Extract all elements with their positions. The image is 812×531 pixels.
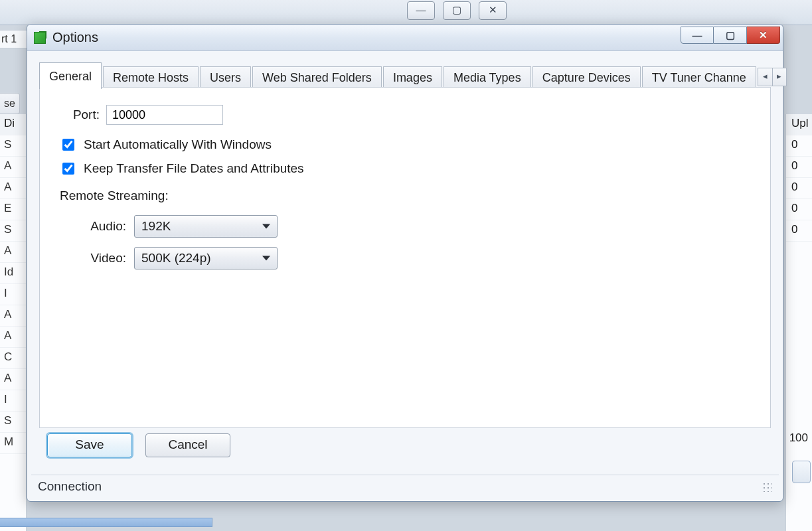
parent-right-row: 0 bbox=[786, 135, 812, 157]
parent-right-row: 0 bbox=[786, 220, 812, 242]
parent-close-button[interactable]: ✕ bbox=[479, 1, 507, 20]
general-panel: Port: Start Automatically With Windows K… bbox=[39, 87, 771, 428]
parent-left-header: Di bbox=[0, 114, 26, 135]
port-label: Port: bbox=[60, 108, 100, 122]
parent-left-row: A bbox=[0, 327, 26, 348]
dialog-title: Options bbox=[52, 30, 98, 45]
audio-select[interactable]: 192K bbox=[134, 215, 278, 238]
cancel-button[interactable]: Cancel bbox=[145, 433, 230, 457]
minimize-button[interactable]: — bbox=[681, 27, 714, 44]
parent-left-row: S bbox=[0, 220, 26, 242]
chevron-down-icon bbox=[262, 224, 270, 229]
parent-port-fragment: rt 1 bbox=[0, 30, 29, 48]
status-text: Connection bbox=[38, 479, 102, 494]
parent-left-row: E bbox=[0, 199, 26, 220]
parent-left-row: S bbox=[0, 135, 26, 157]
parent-left-row: A bbox=[0, 305, 26, 327]
parent-value-fragment: 100 bbox=[789, 431, 808, 445]
parent-minimize-button[interactable]: — bbox=[407, 1, 435, 20]
tab-scroll-right[interactable]: ▸ bbox=[772, 68, 787, 86]
parent-window-controls: — ▢ ✕ bbox=[407, 1, 507, 20]
video-select-value: 500K (224p) bbox=[141, 251, 211, 266]
autostart-label: Start Automatically With Windows bbox=[84, 137, 272, 152]
parent-left-row: S bbox=[0, 412, 26, 433]
parent-left-row: C bbox=[0, 348, 26, 369]
parent-left-row: A bbox=[0, 369, 26, 390]
keep-dates-checkbox[interactable] bbox=[62, 163, 74, 175]
chevron-down-icon bbox=[262, 256, 270, 261]
audio-label: Audio: bbox=[84, 219, 126, 234]
parent-left-row: M bbox=[0, 433, 26, 454]
tab-images[interactable]: Images bbox=[383, 66, 442, 89]
tab-media-types[interactable]: Media Types bbox=[444, 66, 531, 89]
maximize-icon: ▢ bbox=[726, 29, 735, 41]
parent-left-row: A bbox=[0, 178, 26, 199]
close-button[interactable]: ✕ bbox=[747, 27, 780, 44]
video-label: Video: bbox=[84, 251, 126, 266]
parent-left-row: A bbox=[0, 157, 26, 178]
parent-right-header: Upl bbox=[786, 114, 812, 135]
save-button[interactable]: Save bbox=[47, 433, 132, 457]
parent-left-row: I bbox=[0, 284, 26, 305]
video-select[interactable]: 500K (224p) bbox=[134, 247, 278, 269]
dialog-titlebar[interactable]: Options — ▢ ✕ bbox=[27, 25, 783, 51]
tab-users[interactable]: Users bbox=[200, 66, 251, 89]
parent-progress-bar bbox=[0, 518, 212, 527]
parent-left-column: Di SAAESAIdIAACAISM bbox=[0, 114, 27, 531]
tab-tv-tuner-channe[interactable]: TV Tuner Channe bbox=[642, 66, 756, 89]
options-dialog: Options — ▢ ✕ GeneralRemote HostsUsersWe… bbox=[27, 24, 783, 502]
port-input[interactable] bbox=[106, 105, 223, 125]
parent-right-row: 0 bbox=[786, 199, 812, 220]
autostart-checkbox[interactable] bbox=[62, 139, 74, 151]
status-bar: Connection bbox=[31, 475, 779, 497]
maximize-button[interactable]: ▢ bbox=[714, 27, 747, 44]
parent-bottom-button[interactable] bbox=[792, 461, 811, 483]
tab-web-shared-folders[interactable]: Web Shared Folders bbox=[252, 66, 382, 89]
parent-left-row: Id bbox=[0, 263, 26, 284]
app-icon bbox=[34, 32, 46, 44]
audio-select-value: 192K bbox=[141, 219, 171, 234]
tab-capture-devices[interactable]: Capture Devices bbox=[532, 66, 641, 89]
parent-left-row: I bbox=[0, 390, 26, 412]
tab-scroll-left[interactable]: ◂ bbox=[758, 68, 772, 86]
keep-dates-label: Keep Transfer File Dates and Attributes bbox=[84, 161, 304, 176]
remote-streaming-label: Remote Streaming: bbox=[60, 189, 750, 203]
close-icon: ✕ bbox=[759, 29, 768, 41]
resize-grip-icon[interactable] bbox=[762, 481, 772, 492]
parent-right-row: 0 bbox=[786, 178, 812, 199]
parent-left-row: A bbox=[0, 242, 26, 263]
parent-maximize-button[interactable]: ▢ bbox=[443, 1, 471, 20]
parent-side-tab[interactable]: se bbox=[0, 93, 20, 114]
parent-right-row: 0 bbox=[786, 157, 812, 178]
tab-strip: GeneralRemote HostsUsersWeb Shared Folde… bbox=[39, 62, 771, 88]
tab-remote-hosts[interactable]: Remote Hosts bbox=[103, 66, 199, 89]
parent-window-titlebar bbox=[0, 0, 812, 25]
minimize-icon: — bbox=[692, 30, 702, 41]
tab-scroll: ◂ ▸ bbox=[758, 66, 787, 88]
tab-general[interactable]: General bbox=[39, 62, 102, 89]
